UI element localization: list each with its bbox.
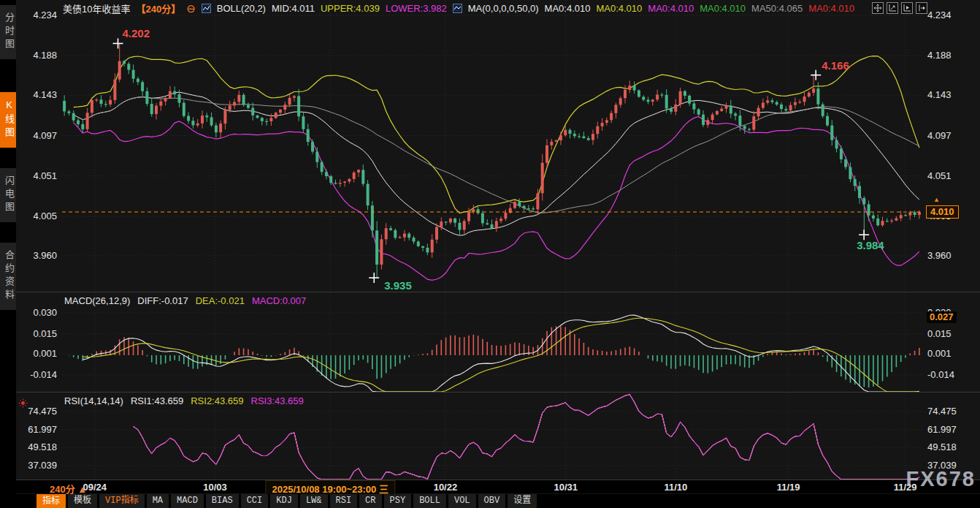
price-annotation: 4.202 [113,27,150,48]
panel-divider [16,292,980,292]
y-axis-label-right: 0.015 [927,328,952,340]
y-axis-label-right: 4.143 [927,89,952,101]
instrument-title: 美债10年收益率 [63,1,130,15]
x-axis-label: 11/10 [664,482,687,493]
rsi1-line [134,395,919,479]
x-axis-label: 11/19 [777,482,800,493]
y-axis-label-right: 49.518 [927,441,957,453]
toolbar-tab-VOL[interactable]: VOL [448,494,476,508]
ma50-line [74,97,919,213]
boll-mid-value: MID:4.011 [272,3,315,14]
toolbar-tab-CR[interactable]: CR [359,494,381,508]
y-axis-label-left: 37.039 [19,460,57,471]
indicator-alert-icon[interactable] [18,398,28,411]
app-window: 分时图 K线图 闪电图 合约资料 4.2024.1663.9353.984 美债… [0,0,980,508]
ma-value: MA0:4.010 [596,3,642,14]
y-axis-label-left: 0.001 [19,348,57,360]
scale-x-axis-icon[interactable] [901,2,913,14]
scale-y-axis-icon[interactable] [887,2,898,14]
macd-histogram [64,326,919,387]
sidebar-item-contract-info[interactable]: 合约资料 [0,243,16,310]
period-label[interactable]: 【240分】 [136,1,180,15]
y-axis-label-left: 4.143 [19,89,57,101]
svg-text:3.935: 3.935 [384,279,412,292]
ma-indicator-icon[interactable] [453,4,462,13]
macd-dea-value: DEA:-0.021 [196,295,245,306]
y-axis-label-right: 3.960 [927,250,952,262]
y-axis-label-right: 0.001 [927,348,952,360]
chart-window-controls [872,2,927,14]
macd-params-label: MACD(26,12,9) [64,295,130,306]
macd-chart-canvas[interactable] [16,292,980,393]
toolbar-tab-指标[interactable]: 指标 [37,494,66,508]
svg-text:3.984: 3.984 [857,239,884,251]
price-arrow-icon: ▲ [933,197,940,203]
ma-params-label: MA(0,0,0,0,50,0) [468,3,539,14]
y-axis-label-left: 4.005 [19,211,57,222]
boll-lower-value: LOWER:3.982 [386,3,447,14]
sidebar-item-lightning-chart[interactable]: 闪电图 [0,168,16,222]
y-axis-label-left: 61.997 [19,424,57,436]
pan-icon[interactable] [872,2,884,14]
svg-text:4.202: 4.202 [123,27,150,39]
svg-text:4.166: 4.166 [822,59,849,72]
toolbar-tab-BOLL[interactable]: BOLL [413,494,446,508]
toolbar-tab-VIP指标[interactable]: VIP指标 [99,494,145,508]
boll-mid-line [74,92,919,235]
y-axis-label-left: 4.051 [19,170,57,182]
ma-value: MA0:4.010 [545,3,591,14]
price-annotation: 4.166 [811,59,849,80]
bottom-toolbar: 指标模板VIP指标MAMACDBIASCCIKDJLW&RSICRPSYBOLL… [16,494,980,508]
ma-value: MA50:4.065 [751,3,803,14]
candlesticks [63,43,921,278]
y-axis-label-right: 4.097 [927,130,952,142]
toolbar-tab-模板[interactable]: 模板 [68,494,97,508]
toolbar-tab-CCI[interactable]: CCI [241,494,269,508]
x-axis-label: 09/24 [83,482,107,493]
y-axis-label-left: 4.097 [19,130,57,142]
toolbar-tab-BIAS[interactable]: BIAS [206,494,239,508]
y-axis-label-right: 4.188 [927,50,952,61]
sidebar-item-kline-chart[interactable]: K线图 [0,92,16,148]
x-axis-row: 240分 ▲ 09/2410/0310/2210/3111/1011/1911/… [16,480,980,493]
y-axis-label-left: 0.030 [19,307,57,319]
panel-divider [16,392,980,393]
toolbar-tab-OBV[interactable]: OBV [478,494,506,508]
boll-indicator-icon[interactable] [202,4,211,13]
y-axis-label-right: 61.997 [927,424,957,436]
rsi2-value: RSI2:43.659 [191,395,243,406]
toolbar-tab-KDJ[interactable]: KDJ [270,494,298,508]
sidebar: 分时图 K线图 闪电图 合约资料 [0,0,16,508]
sidebar-item-time-chart[interactable]: 分时图 [0,5,16,59]
macd-header: MACD(26,12,9) DIFF:-0.017 DEA:-0.021 MAC… [64,295,306,306]
rsi3-line [134,395,919,479]
y-axis-label-left: -0.014 [19,369,57,381]
y-axis-label-left: 4.188 [19,50,57,61]
y-axis-label-left: 3.960 [19,250,57,262]
x-axis-label: 10/03 [203,482,227,493]
price-annotation: 3.935 [369,273,412,292]
ma-value: MA0:4.010 [700,3,746,14]
y-axis-label-right: 4.051 [927,170,952,182]
gridlines [62,0,922,292]
toolbar-tab-MA[interactable]: MA [147,494,169,508]
ma-value: MA0:4.010 [808,3,854,14]
shift-right-icon[interactable] [916,2,927,14]
gridlines [62,292,922,393]
y-axis-label-right: 74.475 [927,406,957,417]
toolbar-tab-设置[interactable]: 设置 [508,494,537,508]
y-axis-label-right: 4.234 [927,10,952,21]
chart-area: 4.2024.1663.9353.984 美债10年收益率 【240分】 ⊖ B… [16,0,980,508]
x-axis-label: 10/31 [554,482,578,493]
y-axis-label-left: 0.015 [19,328,57,340]
price-chart-canvas[interactable]: 4.2024.1663.9353.984 [16,0,980,292]
toolbar-tab-MACD[interactable]: MACD [171,494,204,508]
current-price-tag: 4.010 [926,205,959,219]
toolbar-tab-PSY[interactable]: PSY [384,494,412,508]
rsi-params-label: RSI(14,14,14) [64,395,123,406]
collapse-icon[interactable]: ⊖ [186,4,196,13]
toolbar-tab-RSI[interactable]: RSI [330,494,358,508]
toolbar-tab-LW&[interactable]: LW& [300,494,328,508]
y-axis-label-left: 4.234 [19,10,57,21]
y-axis-label-right: -0.014 [927,369,954,381]
